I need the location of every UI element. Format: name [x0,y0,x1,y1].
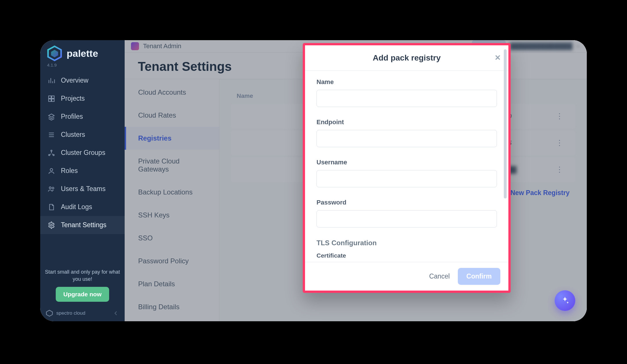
endpoint-input[interactable] [317,130,497,147]
main: Tenant Admin Docs ██████████████ Tenant … [125,40,587,321]
sidebar-item-overview[interactable]: Overview [40,71,125,89]
svg-rect-2 [49,96,51,98]
password-label: Password [317,199,497,206]
confirm-button[interactable]: Confirm [458,268,500,285]
users-icon [48,185,55,193]
endpoint-label: Endpoint [317,118,497,126]
sidebar-item-label: Audit Logs [61,203,92,211]
gear-icon [48,221,55,229]
version-label: 4.1.9 [40,63,125,71]
company-logo-icon [45,309,53,317]
footer-company: spectro cloud [56,310,85,316]
assistant-fab[interactable] [555,290,575,311]
sidebar-item-label: Projects [61,95,85,102]
user-icon [48,167,55,175]
network-icon [48,149,55,157]
upgrade-box: Start small and only pay for what you us… [40,266,125,306]
certificate-label: Certificate [317,252,497,259]
brand: palette [40,42,125,63]
app-window: palette 4.1.9 Overview Projects Profiles… [40,40,587,321]
svg-point-15 [51,224,53,226]
username-input[interactable] [317,170,497,187]
sidebar-item-profiles[interactable]: Profiles [40,108,125,126]
modal-body: Name Endpoint Username Password TLS Conf… [305,71,508,262]
brand-name: palette [67,48,98,59]
svg-rect-3 [52,96,54,98]
name-input[interactable] [317,90,497,107]
list-icon [48,131,55,139]
tls-section-title: TLS Configuration [317,239,497,247]
sidebar-item-label: Clusters [61,131,85,139]
sidebar-item-cluster-groups[interactable]: Cluster Groups [40,144,125,162]
svg-rect-4 [49,99,51,102]
sidebar-item-label: Profiles [61,113,83,120]
sidebar-item-clusters[interactable]: Clusters [40,126,125,144]
brand-logo-icon [47,45,63,61]
username-label: Username [317,159,497,166]
svg-marker-1 [51,50,58,57]
sidebar-item-users-teams[interactable]: Users & Teams [40,180,125,198]
sidebar-item-audit-logs[interactable]: Audit Logs [40,198,125,216]
layers-icon [48,113,55,120]
sidebar-item-projects[interactable]: Projects [40,89,125,108]
svg-point-9 [51,150,52,151]
scrollbar[interactable] [504,71,507,198]
modal-footer: Cancel Confirm [305,262,508,291]
add-pack-registry-modal: Add pack registry ✕ Name Endpoint Userna… [303,43,511,293]
svg-point-14 [52,187,54,189]
sidebar-item-tenant-settings[interactable]: Tenant Settings [40,216,125,234]
svg-rect-5 [52,99,54,102]
sidebar-item-roles[interactable]: Roles [40,162,125,180]
grid-icon [48,95,55,102]
svg-marker-16 [47,310,53,316]
cancel-button[interactable]: Cancel [427,272,452,281]
password-input[interactable] [317,210,497,227]
name-label: Name [317,78,497,86]
sidebar-nav: Overview Projects Profiles Clusters Clus… [40,71,125,266]
document-icon [48,203,55,211]
sidebar-item-label: Tenant Settings [61,221,107,229]
svg-point-13 [49,187,51,189]
sparkle-icon [560,296,570,305]
modal-header: Add pack registry ✕ [305,45,508,71]
modal-title: Add pack registry [373,53,441,63]
sidebar-item-label: Roles [61,167,78,175]
sidebar-item-label: Overview [61,77,88,84]
sidebar-item-label: Cluster Groups [61,149,105,157]
collapse-sidebar-icon[interactable] [113,310,119,317]
sidebar-item-label: Users & Teams [61,185,106,193]
sidebar-footer: spectro cloud [40,306,125,321]
chart-icon [48,77,55,84]
upgrade-text: Start small and only pay for what you us… [45,268,120,283]
upgrade-button[interactable]: Upgrade now [56,287,109,302]
close-icon[interactable]: ✕ [495,53,501,62]
svg-point-12 [50,168,53,171]
sidebar: palette 4.1.9 Overview Projects Profiles… [40,40,125,321]
